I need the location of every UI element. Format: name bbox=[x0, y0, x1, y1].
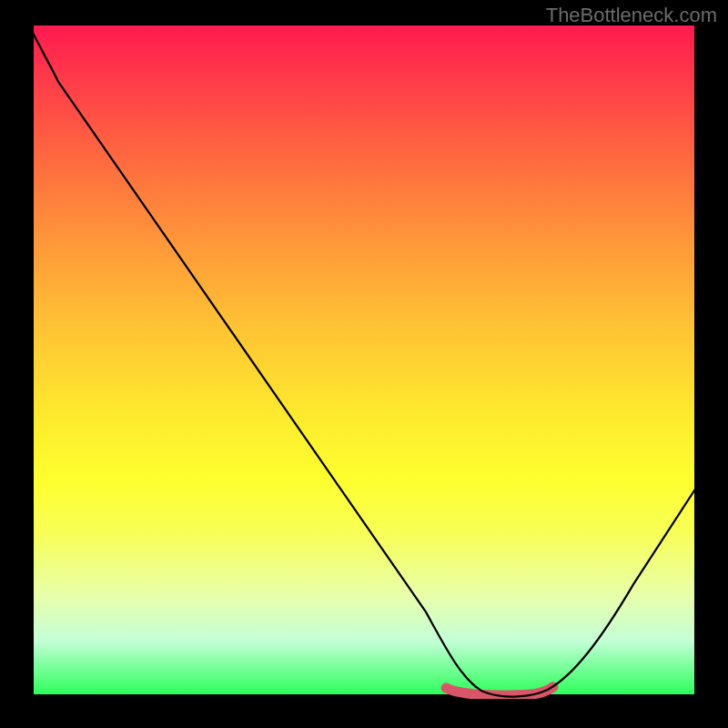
plot-frame bbox=[29, 25, 699, 699]
chart-svg bbox=[29, 25, 699, 699]
bottleneck-curve bbox=[29, 25, 699, 697]
watermark-text: TheBottleneck.com bbox=[546, 4, 717, 27]
